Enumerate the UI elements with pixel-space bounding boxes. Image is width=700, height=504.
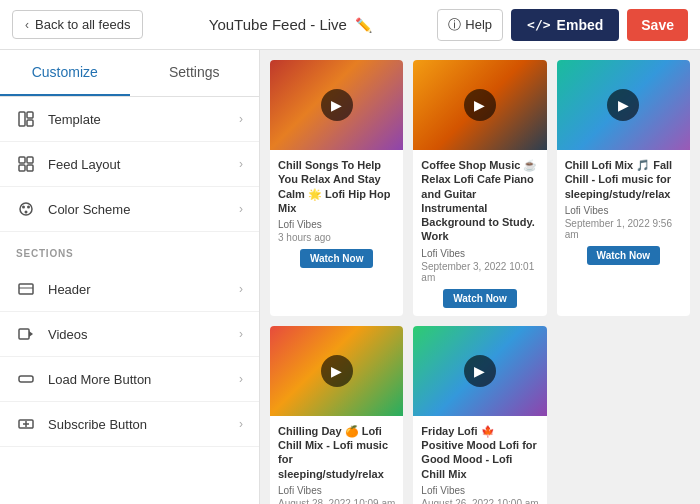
svg-rect-4: [27, 157, 33, 163]
feed-title-text: YouTube Feed - Live: [209, 16, 347, 33]
sidebar-item-color-scheme[interactable]: Color Scheme ›: [0, 187, 259, 232]
svg-point-8: [22, 206, 25, 209]
embed-button[interactable]: </> Embed: [511, 9, 619, 41]
sidebar-item-header[interactable]: Header ›: [0, 267, 259, 312]
video-card: ▶ Chill Lofi Mix 🎵 Fall Chill - Lofi mus…: [557, 60, 690, 316]
sections-label: SECTIONS: [0, 232, 259, 267]
svg-marker-14: [29, 331, 33, 337]
chevron-right-icon: ›: [239, 372, 243, 386]
sidebar-item-label: Load More Button: [48, 372, 151, 387]
svg-point-10: [25, 211, 28, 214]
video-channel: Lofi Vibes: [565, 205, 682, 216]
save-label: Save: [641, 17, 674, 33]
sidebar-item-template[interactable]: Template ›: [0, 97, 259, 142]
sidebar-item-feed-layout[interactable]: Feed Layout ›: [0, 142, 259, 187]
sidebar-item-subscribe[interactable]: Subscribe Button ›: [0, 402, 259, 447]
watch-now-button[interactable]: Watch Now: [300, 249, 374, 268]
header-icon: [16, 279, 36, 299]
feed-title-area: YouTube Feed - Live ✏️: [209, 16, 372, 33]
video-channel: Lofi Vibes: [421, 248, 538, 259]
play-button[interactable]: ▶: [464, 355, 496, 387]
sidebar-item-label: Subscribe Button: [48, 417, 147, 432]
video-card: ▶ Coffee Shop Music ☕ Relax Lofi Cafe Pi…: [413, 60, 546, 316]
embed-label: Embed: [557, 17, 604, 33]
video-channel: Lofi Vibes: [421, 485, 538, 496]
help-label: Help: [465, 17, 492, 32]
video-info: Chilling Day 🍊 Lofi Chill Mix - Lofi mus…: [270, 416, 403, 504]
video-channel: Lofi Vibes: [278, 219, 395, 230]
video-date: September 3, 2022 10:01 am: [421, 261, 538, 283]
video-info: Friday Lofi 🍁 Positive Mood Lofi for Goo…: [413, 416, 546, 504]
tab-customize[interactable]: Customize: [0, 50, 130, 96]
play-button[interactable]: ▶: [464, 89, 496, 121]
svg-rect-6: [27, 165, 33, 171]
video-date: September 1, 2022 9:56 am: [565, 218, 682, 240]
svg-point-9: [27, 206, 30, 209]
play-button[interactable]: ▶: [607, 89, 639, 121]
sidebar-item-videos[interactable]: Videos ›: [0, 312, 259, 357]
video-channel: Lofi Vibes: [278, 485, 395, 496]
video-date: August 28, 2022 10:09 am: [278, 498, 395, 504]
video-info: Chill Songs To Help You Relax And Stay C…: [270, 150, 403, 276]
content-area: ▶ Chill Songs To Help You Relax And Stay…: [260, 50, 700, 504]
main-layout: Customize Settings Template ›: [0, 50, 700, 504]
chevron-right-icon: ›: [239, 282, 243, 296]
sidebar-item-label: Template: [48, 112, 101, 127]
code-icon: </>: [527, 17, 550, 32]
color-scheme-icon: [16, 199, 36, 219]
video-title: Chilling Day 🍊 Lofi Chill Mix - Lofi mus…: [278, 424, 395, 481]
svg-rect-13: [19, 329, 29, 339]
svg-rect-3: [19, 157, 25, 163]
video-title: Coffee Shop Music ☕ Relax Lofi Cafe Pian…: [421, 158, 538, 244]
load-more-icon: [16, 369, 36, 389]
svg-rect-11: [19, 284, 33, 294]
tab-settings[interactable]: Settings: [130, 50, 260, 96]
video-thumbnail: ▶: [413, 326, 546, 416]
back-label: Back to all feeds: [35, 17, 130, 32]
save-button[interactable]: Save: [627, 9, 688, 41]
back-button[interactable]: ‹ Back to all feeds: [12, 10, 143, 39]
header-actions: ⓘ Help </> Embed Save: [437, 9, 688, 41]
chevron-right-icon: ›: [239, 112, 243, 126]
video-info: Coffee Shop Music ☕ Relax Lofi Cafe Pian…: [413, 150, 546, 316]
sidebar-item-load-more[interactable]: Load More Button ›: [0, 357, 259, 402]
play-button[interactable]: ▶: [321, 89, 353, 121]
chevron-right-icon: ›: [239, 202, 243, 216]
watch-now-button[interactable]: Watch Now: [587, 246, 661, 265]
sidebar-item-label: Feed Layout: [48, 157, 120, 172]
edit-icon[interactable]: ✏️: [355, 17, 372, 33]
video-thumbnail: ▶: [413, 60, 546, 150]
video-grid: ▶ Chill Songs To Help You Relax And Stay…: [270, 60, 690, 504]
video-thumbnail: ▶: [557, 60, 690, 150]
svg-rect-2: [27, 120, 33, 126]
sidebar-item-label: Header: [48, 282, 91, 297]
chevron-right-icon: ›: [239, 157, 243, 171]
video-thumbnail: ▶: [270, 60, 403, 150]
sidebar-item-label: Color Scheme: [48, 202, 130, 217]
svg-rect-1: [27, 112, 33, 118]
sidebar-tabs: Customize Settings: [0, 50, 259, 97]
svg-rect-0: [19, 112, 25, 126]
layout-icon: [16, 154, 36, 174]
video-info: Chill Lofi Mix 🎵 Fall Chill - Lofi music…: [557, 150, 690, 273]
watch-now-button[interactable]: Watch Now: [443, 289, 517, 308]
video-card: ▶ Chill Songs To Help You Relax And Stay…: [270, 60, 403, 316]
help-button[interactable]: ⓘ Help: [437, 9, 503, 41]
video-date: August 26, 2022 10:00 am: [421, 498, 538, 504]
video-title: Chill Songs To Help You Relax And Stay C…: [278, 158, 395, 215]
chevron-left-icon: ‹: [25, 18, 29, 32]
video-title: Chill Lofi Mix 🎵 Fall Chill - Lofi music…: [565, 158, 682, 201]
help-icon: ⓘ: [448, 16, 461, 34]
sidebar-item-label: Videos: [48, 327, 88, 342]
sidebar: Customize Settings Template ›: [0, 50, 260, 504]
chevron-right-icon: ›: [239, 417, 243, 431]
video-thumbnail: ▶: [270, 326, 403, 416]
play-button[interactable]: ▶: [321, 355, 353, 387]
svg-rect-5: [19, 165, 25, 171]
video-title: Friday Lofi 🍁 Positive Mood Lofi for Goo…: [421, 424, 538, 481]
svg-rect-15: [19, 376, 33, 382]
template-icon: [16, 109, 36, 129]
subscribe-icon: [16, 414, 36, 434]
chevron-right-icon: ›: [239, 327, 243, 341]
video-icon: [16, 324, 36, 344]
